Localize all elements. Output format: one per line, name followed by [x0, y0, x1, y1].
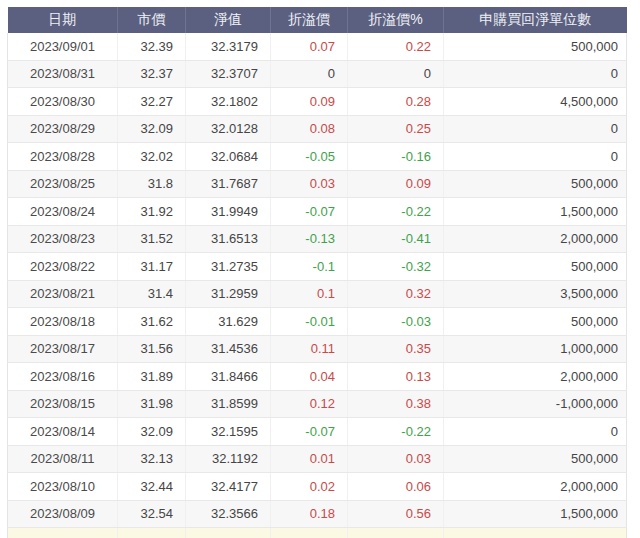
cell-premium: 0.09	[271, 88, 348, 116]
table-row: 2023/09/0132.3932.31790.070.22500,000	[8, 33, 627, 60]
cell-premium-pct: 0.28	[348, 88, 444, 116]
cell-nav: 31.9949	[186, 198, 271, 226]
cell-nav: 32.1595	[186, 418, 271, 446]
cell-date	[8, 528, 118, 538]
cell-premium: -0.01	[271, 308, 348, 336]
cell-net-units: 500,000	[444, 253, 627, 281]
cell-date: 2023/08/16	[8, 363, 118, 391]
cell-premium: 0.12	[271, 390, 348, 418]
column-header-nav: 淨值	[186, 7, 271, 33]
cell-market-price: 31.56	[118, 335, 186, 363]
cell-net-units: 1,500,000	[444, 198, 627, 226]
cell-date: 2023/08/23	[8, 225, 118, 253]
cell-premium-pct: 0.06	[348, 473, 444, 501]
cell-premium-pct: 0.35	[348, 335, 444, 363]
cell-nav: 32.3566	[186, 500, 271, 528]
cell-date: 2023/08/24	[8, 198, 118, 226]
cell-premium: 0.01	[271, 445, 348, 473]
cell-premium-pct: -0.22	[348, 198, 444, 226]
cell-nav: 32.0684	[186, 143, 271, 171]
cell-nav: 31.6513	[186, 225, 271, 253]
cell-net-units: 0	[444, 60, 627, 88]
table-row: 2023/08/1531.9831.85990.120.38-1,000,000	[8, 390, 627, 418]
cell-market-price: 31.92	[118, 198, 186, 226]
cell-market-price: 32.44	[118, 473, 186, 501]
cell-premium-pct: 0.38	[348, 390, 444, 418]
cell-market-price: 31.89	[118, 363, 186, 391]
cell-net-units: 4,500,000	[444, 88, 627, 116]
table-row: 2023/08/1132.1332.11920.010.03500,000	[8, 445, 627, 473]
cell-premium: 0.08	[271, 115, 348, 143]
cell-net-units: 2,000,000	[444, 473, 627, 501]
cell-date: 2023/08/29	[8, 115, 118, 143]
cell-net-units: 2,000,000	[444, 225, 627, 253]
cell-market-price: 32.13	[118, 445, 186, 473]
cell-net-units: 1,000,000	[444, 335, 627, 363]
cell-premium: -0.13	[271, 225, 348, 253]
cell-nav: 32.3179	[186, 33, 271, 60]
cell-nav: 31.7687	[186, 170, 271, 198]
cell-net-units: 500,000	[444, 33, 627, 60]
cell-premium: 0.07	[271, 33, 348, 60]
cell-premium-pct	[348, 528, 444, 538]
column-header-market-price: 市價	[118, 7, 186, 33]
table-footer	[8, 528, 627, 538]
cell-market-price: 32.54	[118, 500, 186, 528]
cell-date: 2023/08/31	[8, 60, 118, 88]
table-body: 2023/09/0132.3932.31790.070.22500,000202…	[8, 33, 627, 528]
cell-net-units: 0	[444, 115, 627, 143]
cell-nav: 31.2959	[186, 280, 271, 308]
cell-date: 2023/08/10	[8, 473, 118, 501]
cell-market-price: 32.37	[118, 60, 186, 88]
table-row: 2023/08/2331.5231.6513-0.13-0.412,000,00…	[8, 225, 627, 253]
cell-date: 2023/09/01	[8, 33, 118, 60]
cell-nav	[186, 528, 271, 538]
cell-market-price: 32.02	[118, 143, 186, 171]
table-row: 2023/08/1831.6231.629-0.01-0.03500,000	[8, 308, 627, 336]
cell-market-price: 31.4	[118, 280, 186, 308]
cell-premium-pct: 0.13	[348, 363, 444, 391]
table-row: 2023/08/2431.9231.9949-0.07-0.221,500,00…	[8, 198, 627, 226]
cell-market-price: 32.39	[118, 33, 186, 60]
table-row: 2023/08/2932.0932.01280.080.250	[8, 115, 627, 143]
cell-date: 2023/08/22	[8, 253, 118, 281]
highlighted-partial-row	[8, 528, 627, 538]
table-row: 2023/08/1032.4432.41770.020.062,000,000	[8, 473, 627, 501]
cell-market-price	[118, 528, 186, 538]
cell-premium-pct: -0.32	[348, 253, 444, 281]
table-row: 2023/08/1432.0932.1595-0.07-0.220	[8, 418, 627, 446]
cell-nav: 31.629	[186, 308, 271, 336]
cell-date: 2023/08/30	[8, 88, 118, 116]
cell-date: 2023/08/11	[8, 445, 118, 473]
table-row: 2023/08/2231.1731.2735-0.1-0.32500,000	[8, 253, 627, 281]
cell-nav: 32.1802	[186, 88, 271, 116]
cell-nav: 31.8599	[186, 390, 271, 418]
cell-premium-pct: -0.41	[348, 225, 444, 253]
column-header-premium-pct: 折溢價%	[348, 7, 444, 33]
cell-date: 2023/08/18	[8, 308, 118, 336]
table-row: 2023/08/3032.2732.18020.090.284,500,000	[8, 88, 627, 116]
cell-market-price: 31.52	[118, 225, 186, 253]
cell-premium: 0.11	[271, 335, 348, 363]
cell-date: 2023/08/17	[8, 335, 118, 363]
cell-date: 2023/08/09	[8, 500, 118, 528]
column-header-net-units: 申購買回淨單位數	[444, 7, 627, 33]
cell-net-units: -1,000,000	[444, 390, 627, 418]
cell-date: 2023/08/15	[8, 390, 118, 418]
cell-premium: 0.18	[271, 500, 348, 528]
cell-premium: -0.1	[271, 253, 348, 281]
cell-net-units: 3,500,000	[444, 280, 627, 308]
premium-discount-table: 日期 市價 淨值 折溢價 折溢價% 申購買回淨單位數 2023/09/0132.…	[7, 7, 627, 538]
premium-discount-table-container: 日期 市價 淨值 折溢價 折溢價% 申購買回淨單位數 2023/09/0132.…	[7, 7, 626, 538]
cell-net-units: 0	[444, 143, 627, 171]
table-row: 2023/08/1631.8931.84660.040.132,000,000	[8, 363, 627, 391]
cell-nav: 32.0128	[186, 115, 271, 143]
cell-premium: 0	[271, 60, 348, 88]
cell-premium-pct: 0.25	[348, 115, 444, 143]
cell-net-units: 500,000	[444, 308, 627, 336]
cell-premium: -0.07	[271, 198, 348, 226]
cell-date: 2023/08/25	[8, 170, 118, 198]
cell-premium-pct: 0.32	[348, 280, 444, 308]
cell-date: 2023/08/21	[8, 280, 118, 308]
cell-net-units: 0	[444, 418, 627, 446]
